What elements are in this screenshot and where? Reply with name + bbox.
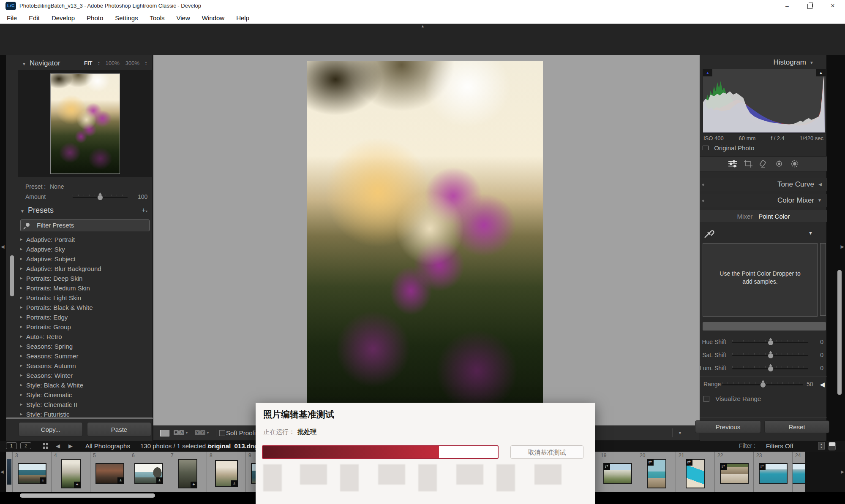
- disclosure-triangle-icon[interactable]: ►: [19, 274, 23, 283]
- healing-tool-icon[interactable]: [759, 160, 768, 168]
- zoom-stepper-icon[interactable]: ▴▾: [98, 61, 99, 65]
- close-button[interactable]: ×: [823, 0, 842, 12]
- mixer-tab[interactable]: Point Color: [758, 213, 790, 220]
- preset-group-row[interactable]: ► Adaptive: Portrait: [6, 235, 153, 244]
- filmstrip-cell[interactable]: 6 ±: [129, 452, 168, 492]
- filter-toggle-switch[interactable]: [829, 442, 836, 450]
- preset-group-row[interactable]: ► Seasons: Spring: [6, 341, 153, 351]
- minimize-button[interactable]: –: [777, 0, 797, 12]
- preset-group-row[interactable]: ► Portraits: Black & White: [6, 303, 153, 312]
- slider-track[interactable]: [732, 368, 808, 369]
- adjustment-badge-icon[interactable]: ±: [191, 482, 197, 488]
- amount-slider-thumb[interactable]: [97, 195, 103, 201]
- reference-view-control[interactable]: R A ▾: [174, 430, 188, 435]
- visualize-range-row[interactable]: Visualize Range: [703, 395, 761, 402]
- disclosure-triangle-icon[interactable]: ►: [19, 371, 23, 380]
- disclosure-triangle-icon[interactable]: ▼: [810, 60, 814, 65]
- disclosure-triangle-icon[interactable]: ►: [19, 351, 23, 361]
- preset-group-row[interactable]: ► Style: Black & White: [6, 380, 153, 390]
- sync-badge-icon[interactable]: ⇄: [686, 459, 692, 466]
- filmstrip-cell[interactable]: 24: [793, 452, 805, 492]
- preset-group-row[interactable]: ► Portraits: Light Skin: [6, 293, 153, 303]
- left-panel-collapse-arrow[interactable]: ◀: [1, 244, 4, 249]
- disclosure-triangle-icon[interactable]: ►: [19, 244, 23, 254]
- filter-stepper-icon[interactable]: ▲▼: [818, 442, 825, 450]
- panel-toggle-dot[interactable]: [702, 184, 704, 186]
- color-mixer-panel-header[interactable]: Color Mixer ▼: [700, 194, 827, 207]
- chevron-down-icon[interactable]: ▾: [186, 431, 188, 435]
- adjustment-badge-icon[interactable]: ±: [117, 477, 124, 484]
- filmstrip-scrollbar-thumb[interactable]: [20, 493, 155, 498]
- menu-item[interactable]: File: [7, 14, 17, 22]
- disclosure-triangle-icon[interactable]: ►: [19, 254, 23, 264]
- add-preset-button[interactable]: +▾: [142, 206, 147, 214]
- masking-tool-icon[interactable]: [790, 160, 799, 168]
- amount-slider[interactable]: [73, 197, 128, 198]
- menu-item[interactable]: Help: [236, 14, 249, 22]
- disclosure-triangle-icon[interactable]: ►: [19, 303, 23, 312]
- disclosure-triangle-icon[interactable]: ►: [19, 332, 23, 341]
- point-color-dropper-icon[interactable]: [703, 227, 715, 239]
- right-panel-collapse-arrow[interactable]: ▶: [841, 244, 844, 249]
- left-panel-scrollbar[interactable]: [10, 255, 14, 296]
- filmstrip-cell[interactable]: 4 ±: [52, 452, 90, 492]
- sync-badge-icon[interactable]: ⇄: [720, 463, 727, 470]
- adjustment-badge-icon[interactable]: ±: [231, 480, 238, 487]
- preset-group-row[interactable]: ► Auto+: Retro: [6, 332, 153, 341]
- histogram-header[interactable]: Histogram: [774, 58, 806, 67]
- adjustment-badge-icon[interactable]: ±: [156, 477, 163, 484]
- filter-value-dropdown[interactable]: Filters Off: [766, 442, 793, 450]
- before-after-control[interactable]: Y Y ▾: [195, 430, 209, 435]
- filmstrip-scroll-right-arrow[interactable]: ▶: [841, 469, 844, 474]
- disclosure-triangle-icon[interactable]: ►: [19, 264, 23, 274]
- restore-button[interactable]: [800, 0, 820, 12]
- filmstrip-scroll-left-arrow[interactable]: ◀: [0, 469, 4, 474]
- paste-button[interactable]: Paste: [87, 422, 151, 436]
- grid-view-icon[interactable]: [43, 443, 49, 449]
- disclosure-triangle-icon[interactable]: ►: [19, 361, 23, 371]
- previous-button[interactable]: Previous: [695, 420, 761, 433]
- visualize-range-checkbox[interactable]: [703, 396, 709, 402]
- disclosure-triangle-icon[interactable]: ►: [19, 322, 23, 332]
- sync-badge-icon[interactable]: ⇄: [759, 463, 766, 470]
- disclosure-triangle-icon[interactable]: ►: [19, 400, 23, 409]
- preset-group-row[interactable]: ► Adaptive: Blur Background: [6, 264, 153, 274]
- toolbar-options-chevron-icon[interactable]: ▼: [678, 431, 682, 435]
- preset-group-row[interactable]: ► Seasons: Winter: [6, 371, 153, 380]
- disclosure-triangle-icon[interactable]: ►: [19, 293, 23, 303]
- red-eye-tool-icon[interactable]: [774, 160, 784, 167]
- sync-badge-icon[interactable]: ⇄: [603, 463, 610, 470]
- slider-track[interactable]: [732, 355, 808, 356]
- shadow-clipping-icon[interactable]: ▲: [703, 69, 712, 76]
- next-photo-arrow[interactable]: ▶: [68, 443, 73, 449]
- menu-item[interactable]: View: [177, 14, 190, 22]
- zoom-100-option[interactable]: 100%: [105, 60, 119, 66]
- filmstrip-cell[interactable]: 20 ⇄: [637, 452, 676, 492]
- menu-item[interactable]: Develop: [52, 14, 75, 22]
- preset-group-row[interactable]: ► Seasons: Summer: [6, 351, 153, 361]
- navigator-header[interactable]: ▼Navigator: [22, 59, 60, 68]
- slider-thumb[interactable]: [768, 340, 774, 346]
- preset-group-row[interactable]: ► Style: Cinematic: [6, 390, 153, 400]
- slider-thumb[interactable]: [768, 366, 774, 372]
- zoom-300-option[interactable]: 300%: [125, 60, 139, 66]
- highlight-clipping-icon[interactable]: ▲: [816, 69, 826, 76]
- current-filename[interactable]: original_013.dng: [208, 442, 258, 450]
- filmstrip-cell[interactable]: 21 ⇄: [676, 452, 715, 492]
- preset-group-row[interactable]: ► Portraits: Group: [6, 322, 153, 332]
- mixer-tab[interactable]: Mixer: [737, 213, 753, 220]
- slider-thumb[interactable]: [768, 353, 774, 359]
- preset-group-row[interactable]: ► Portraits: Deep Skin: [6, 274, 153, 283]
- panel-toggle-dot[interactable]: [702, 200, 704, 202]
- filmstrip-cell[interactable]: 22 ⇄: [715, 452, 754, 492]
- menu-item[interactable]: Settings: [115, 14, 138, 22]
- filmstrip-cell[interactable]: 8 ±: [207, 452, 246, 492]
- preset-group-row[interactable]: ► Style: Cinematic II: [6, 400, 153, 409]
- loupe-view-icon[interactable]: [160, 430, 169, 436]
- disclosure-triangle-icon[interactable]: ►: [19, 409, 23, 417]
- preset-group-row[interactable]: ► Portraits: Medium Skin: [6, 283, 153, 293]
- disclosure-triangle-icon[interactable]: ►: [19, 235, 23, 244]
- filmstrip-cell[interactable]: 19 ⇄: [598, 452, 637, 492]
- menu-item[interactable]: Photo: [87, 14, 103, 22]
- crop-tool-icon[interactable]: [744, 160, 752, 168]
